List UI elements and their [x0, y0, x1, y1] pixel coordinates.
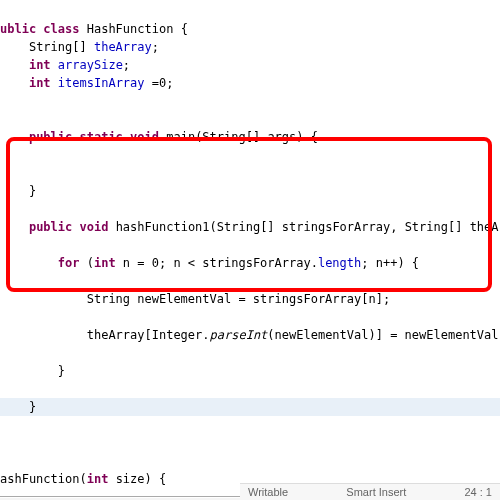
code-editor[interactable]: ublic class HashFunction { String[] theA… [0, 0, 500, 488]
line-blank [0, 166, 7, 180]
line-blank [0, 454, 7, 468]
line-for: for (int n = 0; n < stringsForArray.leng… [0, 256, 419, 270]
line-field-arraysize: int arraySize; [0, 58, 130, 72]
line-main: public static void main(String[] args) { [0, 130, 318, 144]
status-cursor-pos: 24 : 1 [464, 486, 492, 498]
status-insert-mode: Smart Insert [346, 486, 406, 498]
line-blank [0, 148, 7, 162]
line-blank [0, 94, 7, 108]
line-blank [0, 436, 7, 450]
line-blank [0, 346, 7, 360]
line-blank [0, 202, 7, 216]
line-field-itemsinarray: int itemsInArray =0; [0, 76, 173, 90]
line-blank [0, 382, 7, 396]
status-bar: Writable Smart Insert 24 : 1 [240, 483, 500, 500]
line-blank [0, 310, 7, 324]
line-assign: theArray[Integer.parseInt(newElementVal)… [0, 328, 500, 342]
line-class-decl: ublic class HashFunction { [0, 22, 188, 36]
line-close-main: } [0, 184, 36, 198]
line-field-thearray: String[] theArray; [0, 40, 159, 54]
line-constructor: ashFunction(int size) { [0, 472, 166, 486]
line-blank [0, 112, 7, 126]
line-newelementval: String newElementVal = stringsForArray[n… [0, 292, 390, 306]
line-blank [0, 238, 7, 252]
line-close-hf1: } [0, 398, 500, 416]
line-blank [0, 274, 7, 288]
line-hashfunction1: public void hashFunction1(String[] strin… [0, 220, 500, 234]
status-writable: Writable [248, 486, 288, 498]
line-close-for: } [0, 364, 65, 378]
